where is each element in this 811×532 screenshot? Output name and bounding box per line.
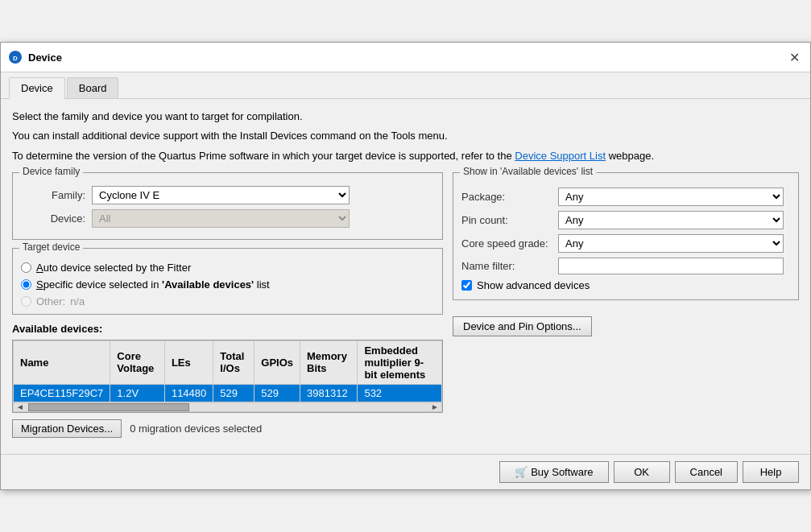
show-available-title: Show in 'Available devices' list [460, 166, 596, 177]
right-section: Show in 'Available devices' list Package… [453, 172, 799, 444]
device-dialog: D Device ✕ Device Board Select the famil… [0, 42, 811, 490]
pin-count-label: Pin count: [461, 214, 558, 226]
cell-embedded-mult: 532 [358, 384, 442, 402]
col-total-ios: Total I/Os [213, 340, 254, 384]
family-select[interactable]: Cyclone IV E [92, 186, 350, 204]
other-label: Other: [36, 295, 65, 307]
cell-name: EP4CE115F29C7 [14, 384, 110, 402]
col-name: Name [14, 340, 110, 384]
col-core-voltage: Core Voltage [110, 340, 165, 384]
device-support-suffix: webpage. [606, 150, 654, 162]
show-advanced-label: Show advanced devices [477, 279, 590, 291]
device-support-prefix: To determine the version of the Quartus … [12, 150, 515, 162]
dialog-icon: D [9, 51, 22, 64]
main-sections: Device family Family: Cyclone IV E Devic… [12, 172, 799, 444]
cell-les: 114480 [164, 384, 213, 402]
target-device-title: Target device [19, 241, 83, 253]
bottom-bar: Migration Devices... 0 migration devices… [12, 419, 443, 438]
name-filter-row: Name filter: EP4CE115F29c7 [461, 258, 790, 274]
buy-software-label: Buy Software [531, 466, 593, 478]
scroll-thumb[interactable] [28, 403, 189, 411]
table-row[interactable]: EP4CE115F29C7 1.2V 114480 529 529 398131… [14, 384, 442, 402]
device-label: Device: [21, 212, 85, 225]
specific-device-radio[interactable] [21, 279, 31, 290]
auto-device-row: Auto device selected by the Fitter [21, 262, 434, 274]
other-device-radio [21, 296, 31, 307]
family-label: Family: [21, 189, 85, 201]
cell-gpios: 529 [254, 384, 300, 402]
info-line-1: Select the family and device you want to… [12, 109, 799, 125]
tab-board[interactable]: Board [67, 77, 119, 98]
specific-device-row: Specific device selected in 'Available d… [21, 278, 434, 291]
device-pin-options-button[interactable]: Device and Pin Options... [453, 316, 592, 336]
migration-info: 0 migration devices selected [130, 423, 262, 435]
pin-count-row: Pin count: Any [461, 211, 790, 229]
col-memory-bits: Memory Bits [300, 340, 358, 384]
core-speed-select[interactable]: Any [558, 234, 784, 253]
migration-devices-button[interactable]: Migration Devices... [12, 419, 122, 438]
dialog-body: Select the family and device you want to… [1, 99, 810, 454]
tab-device[interactable]: Device [9, 77, 65, 99]
show-available-group: Show in 'Available devices' list Package… [453, 172, 799, 300]
auto-device-label: Auto device selected by the Fitter [36, 262, 191, 274]
col-embedded-mult: Embedded multiplier 9-bit elements [358, 340, 442, 384]
scroll-right-arrow[interactable]: ► [428, 402, 441, 411]
left-section: Device family Family: Cyclone IV E Devic… [12, 172, 443, 444]
col-les: LEs [164, 340, 213, 384]
col-gpios: GPIOs [254, 340, 300, 384]
device-support-link[interactable]: Device Support List [515, 150, 606, 162]
package-row: Package: Any [461, 188, 790, 206]
table-scroll[interactable]: Name Core Voltage LEs Total I/Os GPIOs M… [13, 340, 442, 402]
info-line-2: You can install additional device suppor… [12, 128, 799, 144]
show-advanced-checkbox[interactable] [461, 280, 472, 291]
devices-table-container: Name Core Voltage LEs Total I/Os GPIOs M… [12, 340, 443, 413]
device-family-group: Device family Family: Cyclone IV E Devic… [12, 172, 443, 240]
available-devices-title: Available devices: [12, 323, 443, 335]
ok-button[interactable]: OK [614, 461, 670, 483]
family-row: Family: Cyclone IV E [21, 186, 434, 204]
name-filter-input[interactable]: EP4CE115F29c7 [558, 258, 784, 274]
cell-memory-bits: 3981312 [300, 384, 358, 402]
target-device-group: Target device Auto device selected by th… [12, 248, 443, 315]
scroll-left-arrow[interactable]: ◄ [14, 402, 27, 411]
cell-total-ios: 529 [213, 384, 254, 402]
package-select[interactable]: Any [558, 188, 784, 206]
dialog-title: Device [28, 52, 786, 64]
specific-device-label: Specific device selected in 'Available d… [36, 278, 270, 291]
core-speed-row: Core speed grade: Any [461, 234, 790, 253]
device-pin-options-area: Device and Pin Options... [453, 308, 799, 336]
cell-core-voltage: 1.2V [110, 384, 165, 402]
device-family-title: Device family [19, 166, 83, 177]
other-value: n/a [70, 295, 85, 307]
pin-count-select[interactable]: Any [558, 211, 784, 229]
close-button[interactable]: ✕ [786, 49, 802, 65]
buy-software-button[interactable]: 🛒 Buy Software [499, 461, 608, 483]
package-label: Package: [461, 191, 558, 203]
device-support-line: To determine the version of the Quartus … [12, 148, 799, 164]
table-header-row: Name Core Voltage LEs Total I/Os GPIOs M… [14, 340, 442, 384]
horizontal-scrollbar[interactable]: ◄ ► [13, 402, 442, 412]
device-select: All [92, 209, 350, 228]
available-devices-section: Available devices: Name Core Voltage LEs… [12, 323, 443, 438]
cart-icon: 🛒 [515, 466, 528, 478]
cancel-button[interactable]: Cancel [675, 461, 738, 483]
dialog-footer: 🛒 Buy Software OK Cancel Help [1, 454, 810, 489]
svg-text:D: D [13, 55, 18, 61]
auto-device-radio[interactable] [21, 262, 31, 273]
device-row: Device: All [21, 209, 434, 228]
help-button[interactable]: Help [743, 461, 799, 483]
tabs-bar: Device Board [1, 72, 810, 99]
other-device-row: Other: n/a [21, 295, 434, 307]
devices-table: Name Core Voltage LEs Total I/Os GPIOs M… [13, 340, 442, 402]
title-bar: D Device ✕ [1, 43, 810, 72]
name-filter-label: Name filter: [461, 260, 558, 272]
core-speed-label: Core speed grade: [461, 237, 558, 250]
show-advanced-row: Show advanced devices [461, 279, 790, 291]
